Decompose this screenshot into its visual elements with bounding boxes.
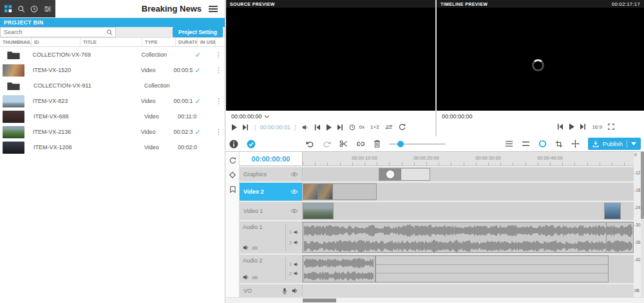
history-icon[interactable] — [229, 157, 236, 164]
asset-id: COLLECTION-VX-769 — [30, 51, 79, 58]
bin-row[interactable]: COLLECTION-VX-911 Collection — [0, 78, 225, 93]
project-setting-button[interactable]: Project Setting — [173, 27, 223, 37]
channel-speaker-icon[interactable] — [294, 230, 299, 235]
track-header-video1[interactable]: Video 1 — [240, 202, 303, 220]
timeline-video-screen[interactable] — [437, 8, 644, 111]
track-header-audio2[interactable]: Audio 2 dB 1 2 — [240, 255, 303, 283]
bin-row[interactable]: ITEM-VX-2136 Video 00:02:3 ✓ ⋮ — [0, 124, 225, 140]
move-tool-icon[interactable] — [571, 140, 580, 148]
timeline-zoom-slider[interactable] — [389, 143, 446, 145]
app-icon-strip — [0, 0, 55, 17]
marker-icon[interactable] — [230, 186, 236, 193]
search-icon[interactable] — [16, 4, 26, 14]
track-header-audio1[interactable]: Audio 1 dB 1 2 — [240, 221, 303, 253]
speaker-icon[interactable] — [292, 288, 298, 295]
eye-icon[interactable] — [290, 172, 298, 177]
video1-clip[interactable] — [604, 203, 621, 219]
loop-icon[interactable] — [399, 124, 406, 131]
play-icon[interactable] — [569, 124, 574, 130]
current-time-display: 00:00:00:00 — [240, 152, 303, 166]
channel-speaker-icon[interactable] — [294, 271, 299, 276]
redo-icon[interactable] — [323, 140, 331, 148]
step-forward-icon[interactable] — [243, 124, 249, 131]
settings-sliders-icon[interactable] — [43, 4, 53, 14]
zoom-slider-knob[interactable] — [397, 141, 404, 147]
track-header-graphics[interactable]: Graphics — [240, 167, 303, 181]
vertical-scrollbar[interactable] — [641, 152, 644, 297]
timeline-total-duration: 00:02:17:17 — [612, 1, 640, 7]
play-icon[interactable] — [326, 124, 332, 131]
track-height-increase-icon[interactable] — [522, 140, 530, 147]
timeline-ruler[interactable]: 00:00:10:00 00:00:20:00 00:00:30:00 00:0… — [303, 152, 634, 166]
audio2-clip[interactable] — [303, 255, 375, 282]
video-thumbnail — [3, 142, 24, 154]
channel-speaker-icon[interactable] — [294, 240, 299, 245]
recent-icon[interactable] — [29, 4, 39, 14]
row-menu-button[interactable]: ⋮ — [213, 66, 225, 74]
in-point-timecode[interactable]: [00:00:00:01] — [254, 124, 296, 131]
play-icon[interactable] — [231, 124, 237, 131]
bin-row[interactable]: ITEM-VX-688 Video 00:11:0 — [0, 109, 225, 124]
bin-row[interactable]: ITEM-VX-1520 Video 00:00:5 ✓ ⋮ — [0, 62, 225, 78]
publish-button[interactable]: Publish — [588, 138, 641, 150]
audio1-lane — [303, 221, 634, 253]
undo-icon[interactable] — [306, 140, 314, 148]
video2-clip[interactable] — [303, 183, 377, 200]
eye-icon[interactable] — [290, 189, 298, 194]
bin-row[interactable]: COLLECTION-VX-769 Collection ✓ ⋮ — [0, 47, 225, 62]
track-header-vo[interactable]: VO — [240, 284, 303, 297]
fullscreen-icon[interactable] — [608, 124, 614, 130]
graphics-clip[interactable] — [379, 168, 430, 181]
menu-hamburger-icon[interactable] — [208, 4, 218, 14]
column-in-use: IN USE — [197, 38, 215, 46]
horizontal-scrollbar[interactable] — [226, 297, 644, 303]
channel-speaker-icon[interactable] — [294, 262, 299, 267]
skip-forward-icon[interactable] — [337, 124, 343, 131]
info-icon[interactable] — [229, 140, 238, 149]
eye-icon[interactable] — [290, 208, 298, 214]
row-menu-button[interactable]: ⋮ — [213, 128, 225, 136]
link-icon[interactable] — [356, 140, 365, 148]
row-menu-button[interactable]: ⋮ — [213, 97, 225, 105]
row-menu-button[interactable]: ⋮ — [213, 51, 225, 59]
video-thumbnail — [3, 95, 24, 107]
color-correction-icon[interactable] — [538, 140, 547, 148]
bin-row[interactable]: ITEM-VX-1208 Video 00:02:0 — [0, 140, 225, 155]
audio-monitor-icon[interactable] — [302, 124, 308, 131]
delete-trash-icon[interactable] — [374, 140, 381, 148]
vertical-scrollbar-handle[interactable] — [641, 152, 644, 219]
aspect-ratio-indicator[interactable]: 16:9 — [592, 124, 602, 130]
bin-row[interactable]: ITEM-VX-823 Video 00:00:1 ✓ ⋮ — [0, 93, 225, 109]
timeline-preview-panel: TIMELINE PREVIEW 00:02:17:17 00:00:00:00… — [437, 0, 644, 136]
skip-forward-icon[interactable] — [580, 124, 586, 130]
track-header-video2[interactable]: Video 2 — [240, 183, 303, 201]
cut-scissors-icon[interactable] — [339, 140, 348, 148]
approve-check-icon[interactable] — [247, 140, 256, 149]
asset-type: Video — [138, 129, 171, 135]
video-thumbnail — [3, 64, 24, 77]
timeline-lanes: 00:00:10:00 00:00:20:00 00:00:30:00 00:0… — [303, 152, 634, 297]
keyframe-icon[interactable] — [229, 172, 236, 178]
crop-icon[interactable] — [555, 140, 563, 148]
audio-channels-indicator[interactable]: 1+2 — [370, 124, 379, 130]
speaker-icon[interactable] — [243, 244, 249, 251]
app-logo-icon[interactable] — [3, 4, 13, 14]
search-input[interactable] — [1, 29, 106, 35]
horizontal-scrollbar-handle[interactable] — [303, 298, 336, 302]
skip-back-icon[interactable] — [314, 124, 320, 131]
timecode-dropdown-icon[interactable] — [265, 115, 269, 118]
audio1-clip[interactable] — [303, 222, 634, 253]
track-height-decrease-icon[interactable] — [505, 140, 513, 147]
speaker-icon[interactable] — [243, 274, 249, 280]
trim-arrows-icon[interactable] — [385, 124, 393, 130]
bin-table-header: THUMBNAIL ID TITLE TYPE DURATION IN USE — [0, 38, 225, 47]
project-bin-header: PROJECT BIN — [0, 18, 225, 27]
video2-lane — [303, 183, 634, 201]
skip-back-icon[interactable] — [557, 124, 563, 130]
microphone-icon[interactable] — [282, 288, 287, 295]
audio2-silent-clip[interactable] — [375, 255, 609, 282]
source-video-screen[interactable] — [226, 8, 435, 111]
timeline-preview-title: TIMELINE PREVIEW — [440, 2, 488, 6]
video1-clip[interactable] — [303, 203, 334, 219]
search-icon[interactable] — [106, 29, 113, 35]
